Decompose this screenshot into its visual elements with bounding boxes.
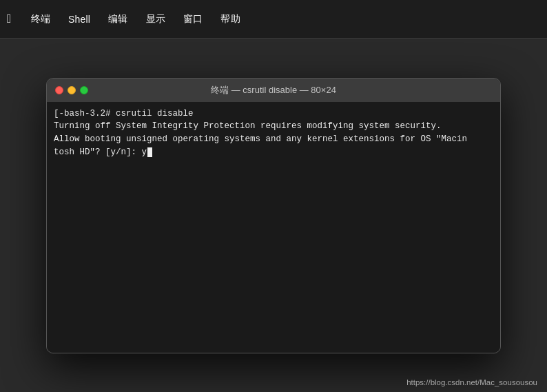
- terminal-line-1: [-bash-3.2# csrutil disable: [54, 107, 493, 121]
- menu-item-view[interactable]: 显示: [143, 12, 168, 27]
- traffic-lights: [55, 86, 88, 94]
- footer-url: https://blog.csdn.net/Mac_sousousou: [406, 378, 537, 386]
- terminal-titlebar: 终端 — csrutil disable — 80×24: [47, 79, 500, 102]
- menu-item-edit[interactable]: 编辑: [105, 12, 130, 27]
- terminal-line-2: Turning off System Integrity Protection …: [54, 120, 493, 133]
- minimize-button[interactable]: [68, 86, 76, 94]
- menu-item-help[interactable]: 帮助: [218, 12, 242, 27]
- terminal-line-4: tosh HD"? [y/n]: y: [54, 146, 493, 159]
- menu-item-shell[interactable]: Shell: [65, 12, 93, 26]
- terminal-window: 终端 — csrutil disable — 80×24 [-bash-3.2#…: [46, 78, 501, 353]
- maximize-button[interactable]: [80, 86, 88, 94]
- terminal-line-3: Allow booting unsigned operating systems…: [54, 133, 493, 146]
- terminal-title: 终端 — csrutil disable — 80×24: [211, 84, 336, 96]
- menu-item-terminal[interactable]: 终端: [28, 12, 53, 27]
- apple-icon[interactable]: : [7, 12, 12, 26]
- menubar:  终端 Shell 编辑 显示 窗口 帮助: [0, 0, 547, 39]
- terminal-body[interactable]: [-bash-3.2# csrutil disable Turning off …: [47, 102, 500, 353]
- terminal-cursor: [147, 147, 152, 157]
- desktop: Macv.com Macv.com 终端 — csrutil disable —…: [0, 39, 547, 392]
- menu-item-window[interactable]: 窗口: [180, 12, 205, 27]
- close-button[interactable]: [55, 86, 63, 94]
